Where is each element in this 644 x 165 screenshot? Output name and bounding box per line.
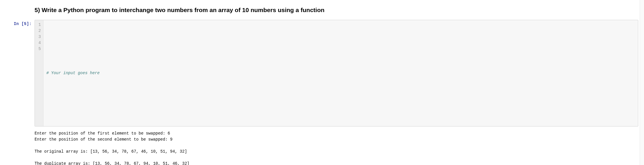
line-number: 4 <box>37 40 41 46</box>
markdown-cell[interactable]: 5) Write a Python program to interchange… <box>0 6 644 20</box>
line-number: 1 <box>37 22 41 28</box>
line-number: 2 <box>37 28 41 34</box>
code-line <box>46 88 635 94</box>
output-text: Enter the position of the first element … <box>35 129 638 165</box>
line-number: 5 <box>37 46 41 52</box>
code-editor[interactable]: # Your input goes here <box>43 20 638 126</box>
output-prompt <box>6 129 35 165</box>
input-prompt: In [5]: <box>6 20 35 126</box>
vertical-scrollbar[interactable] <box>640 0 644 165</box>
code-input-area[interactable]: 1 2 3 4 5 # Your input goes here <box>35 20 638 126</box>
notebook-container: 5) Write a Python program to interchange… <box>0 0 644 165</box>
code-line <box>46 52 635 58</box>
output-cell: Enter the position of the first element … <box>0 129 644 165</box>
code-line-comment: # Your input goes here <box>46 70 635 76</box>
line-number: 3 <box>37 34 41 40</box>
heading-text: 5) Write a Python program to interchange… <box>35 6 638 14</box>
code-cell: In [5]: 1 2 3 4 5 # Your input goes here <box>0 20 644 126</box>
code-line <box>46 106 635 112</box>
line-number-gutter: 1 2 3 4 5 <box>35 20 43 126</box>
code-line <box>46 34 635 40</box>
